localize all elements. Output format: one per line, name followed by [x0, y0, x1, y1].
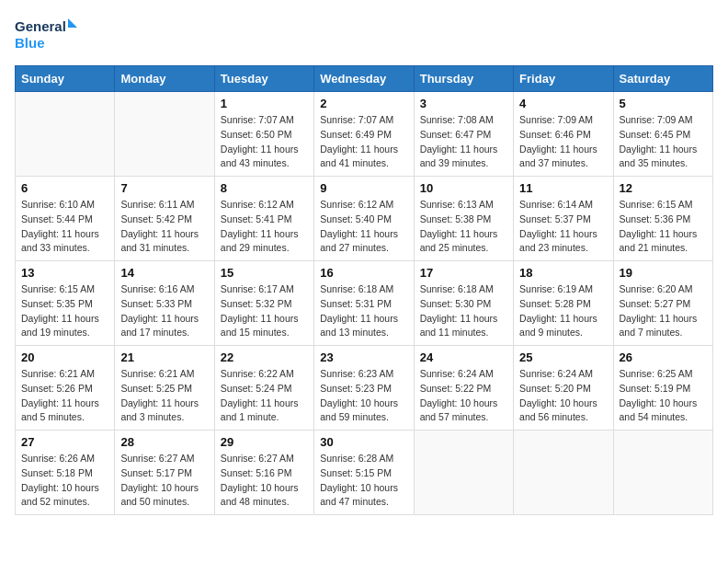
day-number: 14 — [120, 266, 208, 280]
svg-text:General: General — [15, 18, 66, 34]
calendar-cell: 22Sunrise: 6:22 AMSunset: 5:24 PMDayligh… — [214, 346, 313, 431]
day-info: Sunrise: 7:09 AMSunset: 6:46 PMDaylight:… — [519, 113, 607, 171]
column-header-saturday: Saturday — [613, 66, 712, 92]
day-number: 2 — [320, 97, 407, 110]
calendar-cell: 12Sunrise: 6:15 AMSunset: 5:36 PMDayligh… — [613, 177, 712, 261]
day-info: Sunrise: 6:23 AMSunset: 5:23 PMDaylight:… — [320, 367, 407, 425]
day-number: 11 — [519, 181, 607, 195]
calendar-cell: 23Sunrise: 6:23 AMSunset: 5:23 PMDayligh… — [314, 346, 414, 431]
day-info: Sunrise: 7:08 AMSunset: 6:47 PMDaylight:… — [420, 113, 507, 171]
day-info: Sunrise: 6:12 AMSunset: 5:40 PMDaylight:… — [320, 198, 407, 256]
day-info: Sunrise: 6:20 AMSunset: 5:27 PMDaylight:… — [620, 282, 707, 340]
day-number: 21 — [120, 350, 208, 364]
calendar-cell: 19Sunrise: 6:20 AMSunset: 5:27 PMDayligh… — [613, 261, 712, 346]
day-info: Sunrise: 6:26 AMSunset: 5:18 PMDaylight:… — [21, 452, 108, 510]
calendar-cell: 28Sunrise: 6:27 AMSunset: 5:17 PMDayligh… — [115, 431, 214, 515]
day-info: Sunrise: 7:07 AMSunset: 6:50 PMDaylight:… — [221, 113, 308, 171]
day-info: Sunrise: 6:27 AMSunset: 5:16 PMDaylight:… — [221, 452, 308, 510]
day-number: 1 — [221, 97, 308, 110]
calendar-cell: 2Sunrise: 7:07 AMSunset: 6:49 PMDaylight… — [314, 92, 414, 177]
day-info: Sunrise: 6:27 AMSunset: 5:17 PMDaylight:… — [120, 452, 208, 510]
calendar-cell: 5Sunrise: 7:09 AMSunset: 6:45 PMDaylight… — [613, 92, 712, 177]
calendar-cell: 25Sunrise: 6:24 AMSunset: 5:20 PMDayligh… — [514, 346, 613, 431]
calendar-cell — [613, 431, 712, 515]
calendar-cell — [115, 92, 214, 177]
calendar-cell: 29Sunrise: 6:27 AMSunset: 5:16 PMDayligh… — [214, 431, 313, 515]
column-header-monday: Monday — [115, 66, 214, 92]
calendar-week-row: 20Sunrise: 6:21 AMSunset: 5:26 PMDayligh… — [16, 346, 713, 431]
day-number: 24 — [420, 350, 507, 364]
day-info: Sunrise: 6:17 AMSunset: 5:32 PMDaylight:… — [221, 282, 308, 340]
day-number: 7 — [120, 181, 208, 195]
calendar-cell: 11Sunrise: 6:14 AMSunset: 5:37 PMDayligh… — [514, 177, 613, 261]
day-info: Sunrise: 6:10 AMSunset: 5:44 PMDaylight:… — [21, 198, 108, 256]
calendar-cell: 6Sunrise: 6:10 AMSunset: 5:44 PMDaylight… — [16, 177, 115, 261]
day-number: 8 — [221, 181, 308, 195]
logo: General Blue — [15, 15, 79, 56]
calendar-week-row: 1Sunrise: 7:07 AMSunset: 6:50 PMDaylight… — [16, 92, 713, 177]
calendar-cell — [514, 431, 613, 515]
calendar-cell: 9Sunrise: 6:12 AMSunset: 5:40 PMDaylight… — [314, 177, 414, 261]
calendar-cell: 8Sunrise: 6:12 AMSunset: 5:41 PMDaylight… — [214, 177, 313, 261]
day-info: Sunrise: 6:14 AMSunset: 5:37 PMDaylight:… — [519, 198, 607, 256]
day-info: Sunrise: 6:11 AMSunset: 5:42 PMDaylight:… — [120, 198, 208, 256]
calendar-cell: 15Sunrise: 6:17 AMSunset: 5:32 PMDayligh… — [214, 261, 313, 346]
day-number: 4 — [519, 97, 607, 110]
calendar-cell: 26Sunrise: 6:25 AMSunset: 5:19 PMDayligh… — [613, 346, 712, 431]
day-info: Sunrise: 6:15 AMSunset: 5:36 PMDaylight:… — [620, 198, 707, 256]
calendar-cell: 7Sunrise: 6:11 AMSunset: 5:42 PMDaylight… — [115, 177, 214, 261]
day-number: 19 — [620, 266, 707, 280]
calendar-cell: 16Sunrise: 6:18 AMSunset: 5:31 PMDayligh… — [314, 261, 414, 346]
column-header-friday: Friday — [514, 66, 613, 92]
svg-marker-1 — [68, 18, 77, 28]
calendar-cell: 1Sunrise: 7:07 AMSunset: 6:50 PMDaylight… — [214, 92, 313, 177]
day-info: Sunrise: 7:09 AMSunset: 6:45 PMDaylight:… — [620, 113, 707, 171]
day-number: 28 — [120, 435, 208, 449]
day-number: 29 — [221, 435, 308, 449]
calendar-body: 1Sunrise: 7:07 AMSunset: 6:50 PMDaylight… — [16, 92, 713, 515]
day-info: Sunrise: 6:24 AMSunset: 5:20 PMDaylight:… — [519, 367, 607, 425]
calendar-week-row: 6Sunrise: 6:10 AMSunset: 5:44 PMDaylight… — [16, 177, 713, 261]
day-number: 3 — [420, 97, 507, 110]
day-number: 6 — [21, 181, 108, 195]
calendar-cell — [16, 92, 115, 177]
calendar-cell: 24Sunrise: 6:24 AMSunset: 5:22 PMDayligh… — [414, 346, 513, 431]
day-number: 16 — [320, 266, 407, 280]
calendar-cell: 27Sunrise: 6:26 AMSunset: 5:18 PMDayligh… — [16, 431, 115, 515]
day-number: 26 — [620, 350, 707, 364]
day-info: Sunrise: 6:28 AMSunset: 5:15 PMDaylight:… — [320, 452, 407, 510]
logo-svg: General Blue — [15, 15, 79, 56]
day-info: Sunrise: 6:12 AMSunset: 5:41 PMDaylight:… — [221, 198, 308, 256]
day-info: Sunrise: 6:24 AMSunset: 5:22 PMDaylight:… — [420, 367, 507, 425]
svg-text:Blue: Blue — [15, 35, 45, 51]
calendar-week-row: 13Sunrise: 6:15 AMSunset: 5:35 PMDayligh… — [16, 261, 713, 346]
calendar-week-row: 27Sunrise: 6:26 AMSunset: 5:18 PMDayligh… — [16, 431, 713, 515]
day-number: 25 — [519, 350, 607, 364]
calendar-cell: 10Sunrise: 6:13 AMSunset: 5:38 PMDayligh… — [414, 177, 513, 261]
calendar-cell: 14Sunrise: 6:16 AMSunset: 5:33 PMDayligh… — [115, 261, 214, 346]
column-header-thursday: Thursday — [414, 66, 513, 92]
day-info: Sunrise: 6:19 AMSunset: 5:28 PMDaylight:… — [519, 282, 607, 340]
day-number: 9 — [320, 181, 407, 195]
day-info: Sunrise: 6:18 AMSunset: 5:31 PMDaylight:… — [320, 282, 407, 340]
day-info: Sunrise: 6:13 AMSunset: 5:38 PMDaylight:… — [420, 198, 507, 256]
day-info: Sunrise: 6:25 AMSunset: 5:19 PMDaylight:… — [620, 367, 707, 425]
calendar-cell: 21Sunrise: 6:21 AMSunset: 5:25 PMDayligh… — [115, 346, 214, 431]
day-info: Sunrise: 6:21 AMSunset: 5:25 PMDaylight:… — [120, 367, 208, 425]
day-info: Sunrise: 6:22 AMSunset: 5:24 PMDaylight:… — [221, 367, 308, 425]
calendar-cell: 18Sunrise: 6:19 AMSunset: 5:28 PMDayligh… — [514, 261, 613, 346]
day-number: 12 — [620, 181, 707, 195]
day-number: 23 — [320, 350, 407, 364]
day-number: 13 — [21, 266, 108, 280]
column-header-wednesday: Wednesday — [314, 66, 414, 92]
calendar-cell: 4Sunrise: 7:09 AMSunset: 6:46 PMDaylight… — [514, 92, 613, 177]
day-number: 18 — [519, 266, 607, 280]
day-number: 15 — [221, 266, 308, 280]
day-number: 17 — [420, 266, 507, 280]
calendar-cell: 20Sunrise: 6:21 AMSunset: 5:26 PMDayligh… — [16, 346, 115, 431]
calendar-cell: 3Sunrise: 7:08 AMSunset: 6:47 PMDaylight… — [414, 92, 513, 177]
day-info: Sunrise: 7:07 AMSunset: 6:49 PMDaylight:… — [320, 113, 407, 171]
day-number: 22 — [221, 350, 308, 364]
column-header-tuesday: Tuesday — [214, 66, 313, 92]
calendar-cell: 13Sunrise: 6:15 AMSunset: 5:35 PMDayligh… — [16, 261, 115, 346]
